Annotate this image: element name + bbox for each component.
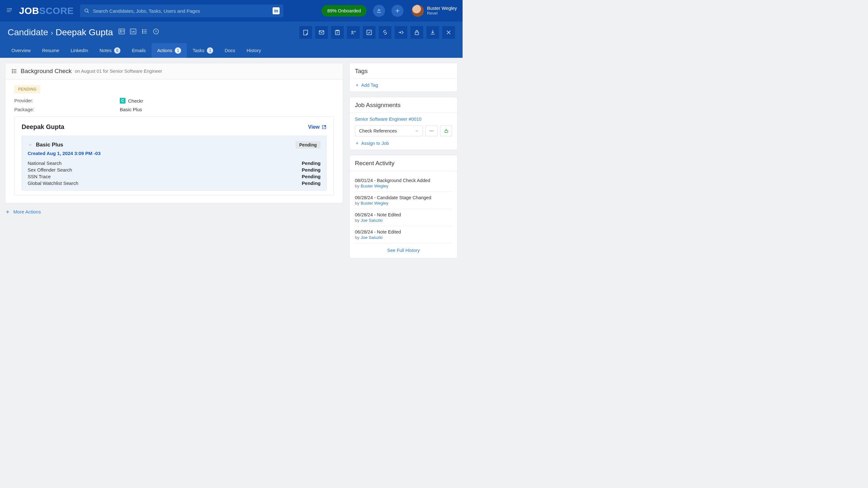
activity-user-link[interactable]: Buster Wegley	[361, 201, 389, 206]
plus-icon	[5, 209, 10, 214]
referrals-icon[interactable]	[373, 5, 385, 17]
activity-by: by Buster Wegley	[355, 201, 452, 206]
provider-value: Checkr	[128, 98, 143, 103]
stage-select[interactable]: Check References	[355, 125, 423, 136]
panel-meta: on August 01 for Senior Software Enginee…	[75, 69, 162, 74]
svg-point-17	[430, 130, 430, 131]
tab-resume[interactable]: Resume	[36, 43, 65, 58]
download-icon[interactable]	[426, 26, 439, 39]
search-name: Global Watchlist Search	[28, 180, 79, 186]
share-icon[interactable]	[395, 26, 407, 39]
search-row: National SearchPending	[28, 160, 320, 166]
job-more-button[interactable]	[426, 125, 437, 136]
user-menu[interactable]: Buster Wegley Revel	[412, 5, 457, 17]
see-full-history-link[interactable]: See Full History	[387, 248, 420, 253]
tab-actions[interactable]: Actions1	[152, 43, 187, 58]
checkr-icon: C	[120, 98, 125, 103]
candidate-name: Deepak Gupta	[56, 27, 113, 37]
note-icon[interactable]	[299, 26, 312, 39]
view-report-link[interactable]: View	[308, 124, 327, 130]
logo[interactable]: JOBSCORE	[19, 5, 74, 16]
activity-title: Recent Activity	[350, 155, 457, 171]
search-name: Sex Offender Search	[28, 167, 72, 173]
list-check-icon[interactable]	[141, 27, 149, 36]
search-status: Pending	[302, 167, 320, 173]
search-input[interactable]	[93, 8, 270, 14]
status-badge: PENDING	[14, 85, 40, 93]
svg-rect-11	[367, 30, 372, 35]
search-row: Sex Offender SearchPending	[28, 166, 320, 173]
breadcrumb-section[interactable]: Candidate	[8, 27, 48, 37]
activity-user-link[interactable]: Joe Saluzki	[361, 218, 382, 223]
breadcrumb: Candidate › Deepak Gupta	[8, 27, 160, 37]
report-candidate-name: Deepak Gupta	[22, 123, 64, 130]
tab-emails[interactable]: Emails	[126, 43, 152, 58]
search-status: Pending	[302, 180, 320, 186]
tabs: Overview Resume LinkedIn Notes6 Emails A…	[0, 43, 463, 58]
chevron-down-icon[interactable]	[28, 142, 33, 147]
tab-linkedin[interactable]: LinkedIn	[65, 43, 94, 58]
more-actions-link[interactable]: More Actions	[5, 209, 343, 214]
search-row: Global Watchlist SearchPending	[28, 180, 320, 186]
svg-point-19	[432, 130, 433, 131]
tab-history[interactable]: History	[241, 43, 267, 58]
tab-overview[interactable]: Overview	[6, 43, 36, 58]
sidebar: Tags Add Tag Job Assignments Senior Soft…	[348, 58, 463, 259]
svg-point-13	[12, 69, 13, 70]
plus-icon	[355, 83, 359, 87]
svg-point-5	[142, 31, 143, 32]
provider-label: Provider:	[14, 98, 120, 103]
global-search[interactable]: in	[80, 4, 283, 17]
add-icon[interactable]	[392, 5, 403, 17]
package-created[interactable]: Created Aug 1, 2024 3:09 PM -03	[28, 151, 320, 156]
tab-tasks[interactable]: Tasks1	[187, 43, 219, 58]
onboarded-pill[interactable]: 89% Onboarded	[321, 5, 367, 17]
panel-title: Background Check	[21, 68, 72, 75]
search-name: SSN Trace	[28, 174, 51, 179]
activity-line: 06/28/24 - Candidate Stage Changed	[355, 195, 452, 200]
search-status: Pending	[302, 174, 320, 179]
subheader: Candidate › Deepak Gupta	[0, 22, 463, 43]
tab-notes[interactable]: Notes6	[94, 43, 126, 58]
linkedin-outline-icon[interactable]	[129, 27, 137, 36]
activity-line: 06/28/24 - Note Edited	[355, 230, 452, 235]
assign-to-job-link[interactable]: Assign to Job	[355, 141, 452, 146]
activity-line: 08/01/24 - Background Check Added	[355, 178, 452, 183]
thumbs-up-button[interactable]	[440, 125, 452, 136]
menu-toggle-icon[interactable]	[6, 7, 13, 15]
activity-user-link[interactable]: Joe Saluzki	[361, 235, 382, 240]
referral-icon[interactable]	[347, 26, 360, 39]
list-check-icon	[11, 68, 18, 74]
linkedin-icon[interactable]: in	[273, 7, 280, 14]
activity-by: by Joe Saluzki	[355, 235, 452, 240]
report-card: Deepak Gupta View Basic Plus Pen	[14, 117, 334, 195]
task-icon[interactable]	[331, 26, 344, 39]
email-icon[interactable]	[315, 26, 328, 39]
close-icon[interactable]	[442, 26, 455, 39]
clock-icon[interactable]	[152, 27, 160, 36]
activity-by: by Buster Wegley	[355, 184, 452, 188]
link-icon[interactable]	[379, 26, 392, 39]
tasks-count-badge: 1	[207, 47, 213, 54]
job-assignments-panel: Job Assignments Senior Software Engineer…	[349, 97, 458, 150]
svg-point-0	[85, 9, 88, 12]
thumbs-up-icon	[443, 128, 449, 134]
more-icon	[429, 128, 434, 134]
add-tag-link[interactable]: Add Tag	[355, 83, 452, 88]
svg-point-4	[142, 30, 143, 30]
checkbox-icon[interactable]	[363, 26, 376, 39]
svg-point-18	[431, 130, 432, 131]
chevron-right-icon: ›	[51, 29, 53, 37]
profile-card-icon[interactable]	[118, 27, 126, 36]
plus-icon	[355, 141, 359, 146]
svg-point-10	[352, 31, 353, 33]
activity-user-link[interactable]: Buster Wegley	[361, 184, 389, 188]
recent-activity-panel: Recent Activity 08/01/24 - Background Ch…	[349, 155, 458, 258]
svg-rect-1	[119, 29, 125, 34]
tab-docs[interactable]: Docs	[219, 43, 241, 58]
package-name: Basic Plus	[36, 142, 63, 148]
job-link[interactable]: Senior Software Engineer #0010	[355, 117, 452, 122]
lock-icon[interactable]	[410, 26, 423, 39]
search-icon	[84, 8, 90, 14]
actions-count-badge: 1	[175, 47, 181, 54]
